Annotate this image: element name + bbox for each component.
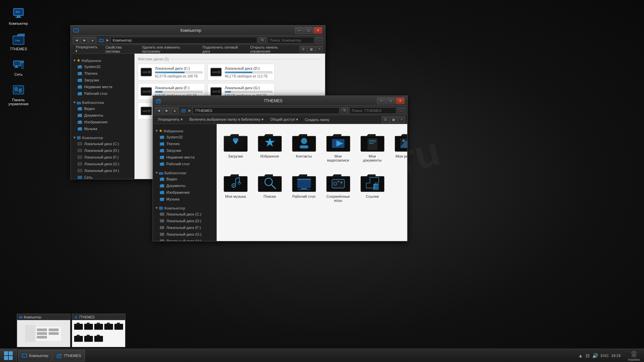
svg-rect-86 (160, 143, 164, 145)
maximize-button-computer[interactable]: □ (304, 27, 313, 34)
refresh-button[interactable]: ↻ (259, 37, 266, 44)
toolbar-organize[interactable]: Упорядочить ▾ (73, 46, 101, 53)
svg-rect-55 (78, 163, 82, 165)
sidebar-item-music[interactable]: Музыка (71, 125, 134, 132)
folder-item-searches[interactable]: Поиски (254, 168, 285, 204)
toolbar-new-folder[interactable]: Создать папку (302, 116, 332, 123)
view-btn-2[interactable]: ▦ (308, 46, 315, 53)
svg-point-71 (148, 90, 151, 93)
desktop-icon-7themes[interactable]: 7TH 7THEMES (7, 32, 30, 51)
svg-rect-3 (15, 17, 21, 18)
sidebar-item-docs[interactable]: Документы (71, 112, 134, 119)
toolbar-uninstall[interactable]: Удалить или изменить программу (139, 46, 199, 53)
toolbar-control-panel[interactable]: Открыть панель управления (248, 46, 298, 53)
minimize-button-7themes[interactable]: ─ (377, 98, 386, 104)
volume-icon[interactable]: 🔊 (592, 353, 598, 358)
folder-item-downloads[interactable]: Загрузки (220, 127, 251, 164)
sidebar-item-g[interactable]: Локальный диск (G:) (71, 161, 134, 167)
sidebar2-item-images[interactable]: Изображения (153, 189, 216, 196)
thumb-7themes[interactable]: 7THEMES (72, 314, 125, 347)
sidebar-item-network[interactable]: Сеть (71, 174, 134, 179)
svg-point-147 (233, 185, 234, 186)
close-button-computer[interactable]: ✕ (314, 27, 322, 34)
search-input-7themes[interactable] (350, 107, 396, 114)
address-input-computer[interactable]: Компьютер (110, 37, 257, 44)
sidebar2-item-themes[interactable]: Themes (153, 140, 216, 147)
help-btn[interactable]: ? (316, 46, 323, 53)
view-btn-1[interactable]: ☰ (300, 46, 307, 53)
toolbar-share[interactable]: Общий доступ ▾ (268, 116, 301, 123)
desktop-icon-network[interactable]: Сеть (7, 58, 30, 76)
up-button-2[interactable]: ▲ (171, 107, 178, 114)
sidebar-item-h[interactable]: Локальный диск (H:) (71, 167, 134, 174)
svg-rect-45 (78, 128, 82, 130)
sidebar2-libraries-section: ▾ Библиотеки Видео Документы Изобр (153, 169, 216, 202)
trash-icon-area[interactable]: Корзина (624, 349, 644, 362)
menu-button-2[interactable]: … (398, 107, 405, 114)
sidebar-item-f[interactable]: Локальный диск (F:) (71, 154, 134, 161)
close-button-7themes[interactable]: ✕ (396, 98, 405, 104)
folder-item-mymusic[interactable]: Моя музыка (220, 168, 251, 204)
sidebar2-item-h2[interactable]: Локальный диск (H:) (153, 238, 216, 241)
sidebar-item-desktop[interactable]: Рабочий стол (71, 90, 134, 97)
taskbar-item-7themes[interactable]: 7THEMES (53, 350, 85, 361)
toolbar-include-library[interactable]: Включить выбранную папку в библиотеку ▾ (187, 116, 266, 123)
folder-icon-mypics (393, 129, 407, 153)
address-input-7themes[interactable]: 7THEMES (193, 107, 339, 114)
svg-marker-6 (13, 34, 25, 36)
help-btn-2[interactable]: ? (398, 116, 405, 123)
minimize-button-computer[interactable]: ─ (295, 27, 304, 34)
tray-arrow-icon[interactable]: ▲ (578, 353, 583, 358)
sidebar-item-video[interactable]: Видео (71, 105, 134, 112)
sidebar2-item-music[interactable]: Музыка (153, 196, 216, 202)
view-btn-3[interactable]: ☰ (382, 116, 389, 123)
toolbar-map-drive[interactable]: Подключить сетевой диск (200, 46, 246, 53)
forward-button[interactable]: ▶ (81, 37, 88, 44)
sidebar-item-downloads[interactable]: Загрузки (71, 77, 134, 83)
folder-item-mydocs[interactable]: Мои документы (357, 127, 388, 164)
toolbar-organize-2[interactable]: Упорядочить ▾ (155, 116, 185, 123)
sidebar-item-images[interactable]: Изображения (71, 119, 134, 125)
refresh-button-2[interactable]: ↻ (341, 107, 348, 114)
disk-item-d[interactable]: HDD Локальный диск (D:) 46,2 ГБ свободно… (208, 64, 275, 80)
folder-item-links[interactable]: Ссылки (357, 168, 388, 204)
sidebar2-item-video[interactable]: Видео (153, 176, 216, 182)
forward-button-2[interactable]: ▶ (163, 107, 170, 114)
thumb-computer[interactable]: Компьютер (17, 314, 70, 347)
folder-item-favorites[interactable]: Избранное (254, 127, 285, 164)
folder-item-mypics[interactable]: Мои рисунки (391, 127, 407, 164)
start-button[interactable] (0, 349, 17, 362)
sidebar2-item-d[interactable]: Локальный диск (D:) (153, 218, 216, 224)
toolbar-system-props[interactable]: Свойства системы (103, 46, 138, 53)
maximize-button-7themes[interactable]: □ (386, 98, 395, 104)
menu-button[interactable]: … (316, 37, 323, 44)
sidebar-item-recent[interactable]: Недавние места (71, 83, 134, 90)
sidebar-item-d[interactable]: Локальный диск (D:) (71, 147, 134, 154)
sidebar2-item-desktop[interactable]: Рабочий стол (153, 161, 216, 167)
sidebar-item-themes[interactable]: Themes (71, 70, 134, 77)
disk-item-c[interactable]: HDD Локальный диск (C:) 62,0 ГБ свободно… (138, 64, 205, 80)
folder-item-savedgames[interactable]: Сохранённые игры (323, 168, 354, 204)
disk-fill-c (155, 72, 184, 73)
sidebar2-item-system32[interactable]: System32 (153, 134, 216, 140)
folder-item-rdeskop[interactable]: Рабочий стол (288, 168, 319, 204)
back-button-2[interactable]: ◀ (155, 107, 162, 114)
sidebar-item-c[interactable]: Локальный диск (C:) (71, 140, 134, 147)
folder-item-videos[interactable]: Мои видеозаписи (323, 127, 354, 164)
desktop-icon-computer[interactable]: PC Компьютер (7, 7, 30, 25)
sidebar-item-system32[interactable]: System32 (71, 63, 134, 70)
sidebar2-item-downloads[interactable]: Загрузки (153, 147, 216, 154)
sidebar2-item-recent[interactable]: Недавние места (153, 154, 216, 161)
sidebar2-item-docs[interactable]: Документы (153, 182, 216, 189)
desktop-icon-control[interactable]: Панельуправления (7, 83, 30, 106)
taskbar-item-computer[interactable]: Компьютер (18, 350, 52, 361)
back-button[interactable]: ◀ (73, 37, 80, 44)
sidebar2-item-g2[interactable]: Локальный диск (G:) (153, 231, 216, 238)
svg-rect-209 (104, 324, 113, 330)
up-button[interactable]: ▲ (89, 37, 96, 44)
search-input-computer[interactable] (267, 37, 314, 44)
folder-item-contacts[interactable]: Контакты (288, 127, 319, 164)
view-btn-4[interactable]: ▦ (390, 116, 397, 123)
sidebar2-item-f2[interactable]: Локальный диск (F:) (153, 224, 216, 231)
sidebar2-item-c[interactable]: Локальный диск (C:) (153, 211, 216, 218)
